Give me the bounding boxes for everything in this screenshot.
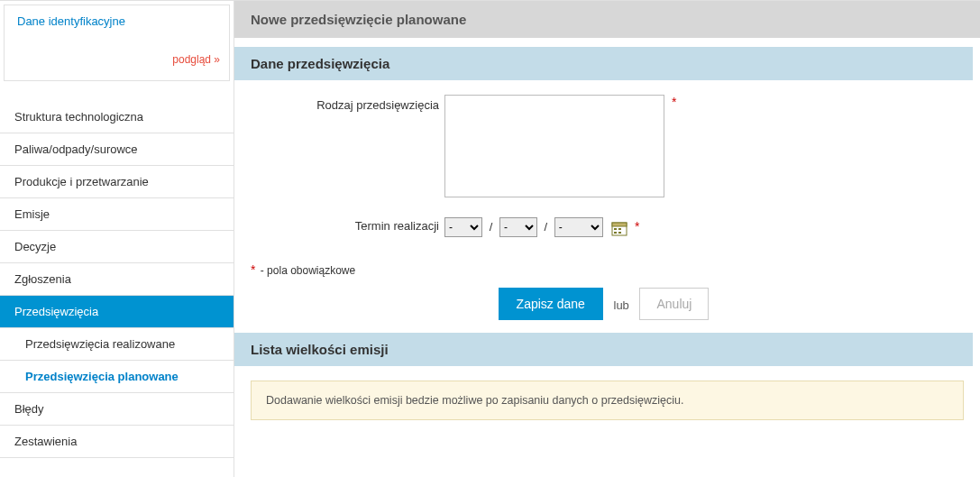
svg-rect-5 xyxy=(618,232,621,234)
nav-item-fuels[interactable]: Paliwa/odpady/surowce xyxy=(0,133,234,166)
row-rodzaj: Rodzaj przedsięwzięcia * xyxy=(251,95,964,197)
year-select[interactable]: - xyxy=(554,217,603,237)
required-note: * - pola obowiązkowe xyxy=(251,262,964,277)
date-sep: / xyxy=(490,220,493,234)
nav-item-decisions[interactable]: Decyzje xyxy=(0,231,234,263)
section-emissions-title: Lista wielkości emisji xyxy=(234,333,973,366)
month-select[interactable]: - xyxy=(499,217,537,237)
form-area: Rodzaj przedsięwzięcia * Termin realizac… xyxy=(234,80,980,262)
info-box: Dodawanie wielkości emisji bedzie możliw… xyxy=(251,381,964,420)
nav-label: Struktura technologiczna xyxy=(14,110,143,124)
ident-title: Dane identyfikacyjne xyxy=(17,14,220,28)
sidebar: Dane identyfikacyjne podgląd » Struktura… xyxy=(0,1,234,477)
nav-label: Przedsięwzięcia xyxy=(14,305,98,318)
nav-sub-label: Przedsięwzięcia planowane xyxy=(25,370,179,383)
required-mark: * xyxy=(251,262,255,277)
nav-label: Decyzje xyxy=(14,240,56,253)
nav-sub-realized[interactable]: Przedsięwzięcia realizowane xyxy=(0,328,234,361)
nav-label: Zestawienia xyxy=(14,435,77,448)
ident-block: Dane identyfikacyjne podgląd » xyxy=(4,5,230,81)
required-mark: * xyxy=(672,95,676,109)
calendar-icon[interactable] xyxy=(611,220,627,236)
svg-rect-2 xyxy=(614,228,617,230)
required-note-text: - pola obowiązkowe xyxy=(257,264,355,277)
nav-item-productions[interactable]: Produkcje i przetwarzanie xyxy=(0,166,234,198)
section-data-title: Dane przedsięwzięcia xyxy=(234,47,973,80)
page-title: Nowe przedsięwzięcie planowane xyxy=(234,1,980,38)
required-mark: * xyxy=(635,219,639,234)
row-termin: Termin realizacji - / - / - xyxy=(251,217,964,237)
nav-sub-label: Przedsięwzięcia realizowane xyxy=(25,337,175,351)
preview-link[interactable]: podgląd » xyxy=(17,53,220,66)
nav-label: Zgłoszenia xyxy=(14,272,71,286)
label-rodzaj: Rodzaj przedsięwzięcia xyxy=(251,95,444,112)
save-button[interactable]: Zapisz dane xyxy=(499,288,603,320)
nav-label: Błędy xyxy=(14,402,44,416)
svg-rect-3 xyxy=(618,228,621,230)
date-sep: / xyxy=(545,220,548,234)
nav-item-reports[interactable]: Zestawienia xyxy=(0,426,234,458)
date-controls: - / - / - * xyxy=(444,217,639,237)
actions-bar: Zapisz dane lub Anuluj xyxy=(234,288,973,320)
label-termin: Termin realizacji xyxy=(251,217,444,233)
nav-sub-planned[interactable]: Przedsięwzięcia planowane xyxy=(0,361,234,393)
nav-item-projects[interactable]: Przedsięwzięcia xyxy=(0,296,234,328)
nav-item-structure[interactable]: Struktura technologiczna xyxy=(0,101,234,133)
or-label: lub xyxy=(614,298,629,312)
nav: Struktura technologiczna Paliwa/odpady/s… xyxy=(0,101,234,458)
nav-item-errors[interactable]: Błędy xyxy=(0,393,234,426)
cancel-button[interactable]: Anuluj xyxy=(639,288,709,320)
nav-label: Paliwa/odpady/surowce xyxy=(14,142,138,156)
day-select[interactable]: - xyxy=(444,217,482,237)
nav-item-notifications[interactable]: Zgłoszenia xyxy=(0,263,234,296)
nav-item-emissions[interactable]: Emisje xyxy=(0,198,234,231)
info-text: Dodawanie wielkości emisji bedzie możliw… xyxy=(266,394,683,407)
rodzaj-textarea[interactable] xyxy=(444,95,664,197)
svg-rect-4 xyxy=(614,232,617,234)
nav-label: Emisje xyxy=(14,207,50,221)
svg-rect-1 xyxy=(612,223,627,226)
main-content: Nowe przedsięwzięcie planowane Dane prze… xyxy=(234,1,980,477)
nav-label: Produkcje i przetwarzanie xyxy=(14,175,149,188)
